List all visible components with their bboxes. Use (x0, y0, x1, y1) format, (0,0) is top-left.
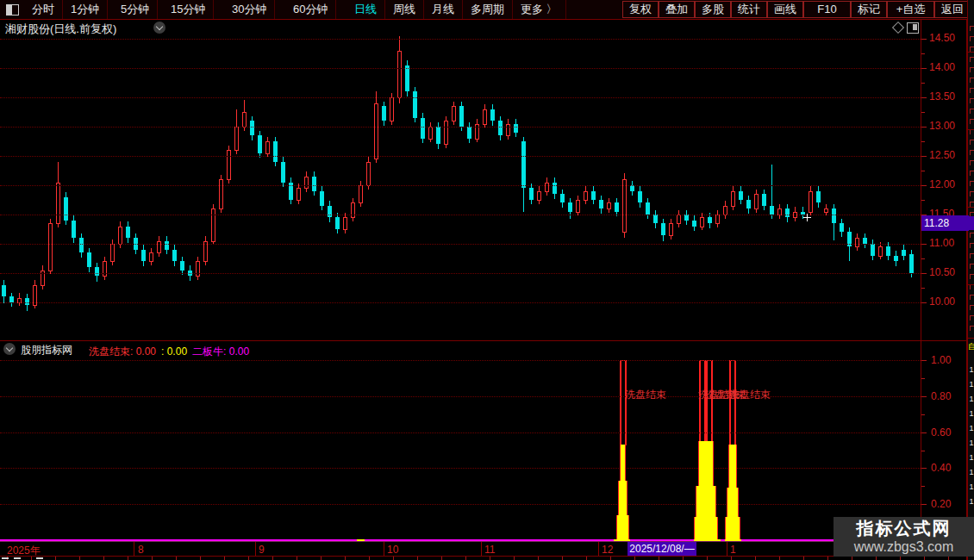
bottom-tick (707, 557, 708, 560)
bottom-tick (514, 557, 515, 560)
candle-body (708, 217, 712, 223)
candle-body (661, 223, 665, 235)
candle-body (444, 121, 448, 145)
period-tab-0[interactable]: 分时 (24, 0, 63, 19)
collapse-chevron-icon[interactable] (153, 22, 165, 34)
indicator-gridline (0, 468, 921, 469)
period-tab-4[interactable]: 30分钟 (224, 0, 275, 19)
candle-body (250, 121, 254, 135)
candle-body (886, 246, 890, 255)
candle-body (149, 252, 153, 262)
tool-button-+自选[interactable]: +自选 (887, 1, 934, 18)
period-tab-10[interactable]: 更多 〉 (513, 0, 566, 19)
bottom-tick (683, 557, 684, 560)
watermark-title: 指标公式网 (834, 517, 974, 539)
candle-body (785, 208, 790, 217)
period-tab-8[interactable]: 月线 (424, 0, 463, 19)
indicator-chevron-icon[interactable] (3, 343, 16, 355)
candle-body (103, 261, 107, 277)
candle-body (684, 215, 689, 221)
candle-body (537, 191, 541, 201)
edge-glyph (970, 264, 974, 269)
candle-body (359, 185, 363, 203)
edge-glyph (970, 295, 974, 300)
axis-tick (921, 414, 925, 415)
tool-button-F10[interactable]: F10 (803, 1, 851, 18)
price-axis-label: 13.00 (929, 120, 955, 132)
axis-tick (921, 200, 925, 201)
candle-body (382, 106, 386, 121)
candle-body (909, 254, 914, 273)
candle-body (25, 298, 29, 306)
period-tab-6[interactable]: 日线 (347, 0, 385, 19)
period-tab-3[interactable]: 15分钟 (163, 0, 214, 19)
candle-body (320, 191, 324, 206)
tool-button-返回[interactable]: 返回 (934, 1, 971, 18)
candle-body (746, 200, 751, 208)
candle-body (413, 91, 417, 118)
candle-body (165, 241, 169, 250)
window-icon[interactable] (6, 4, 19, 16)
period-tab-1[interactable]: 1分钟 (63, 0, 108, 19)
gridline (0, 68, 921, 69)
edge-strip[interactable]: 自1111111111 (967, 0, 974, 560)
candle-body (863, 238, 867, 244)
candle-body (490, 109, 495, 121)
axis-tick (921, 83, 925, 84)
period-tab-7[interactable]: 周线 (385, 0, 424, 19)
edge-char: 1 (968, 409, 974, 418)
tool-button-复权[interactable]: 复权 (622, 1, 659, 18)
candle-body (622, 179, 627, 233)
bottom-tick (200, 557, 201, 560)
edge-char: 1 (968, 482, 974, 491)
price-axis-label: 14.00 (929, 61, 955, 73)
split-pane-icon[interactable] (907, 22, 919, 34)
bottom-tick (562, 557, 563, 560)
period-tab-5[interactable]: 60分钟 (285, 0, 336, 19)
date-label: 12 (602, 544, 613, 556)
tool-button-画线[interactable]: 画线 (767, 1, 803, 18)
candle-body (157, 241, 161, 254)
candle-body (529, 188, 534, 200)
candle-body (196, 261, 200, 277)
candle-body (312, 177, 316, 191)
candle-body (2, 285, 6, 297)
candle-body (715, 215, 720, 224)
diamond-icon[interactable] (892, 22, 904, 34)
axis-tick (921, 273, 927, 274)
bottom-tick (827, 557, 828, 560)
bottom-tick (128, 557, 128, 560)
indicator-source[interactable]: 股朋指标网 (21, 343, 72, 358)
candle-body (591, 191, 596, 200)
axis-tick (921, 68, 927, 69)
axis-tick (921, 97, 927, 98)
gridline (0, 273, 921, 274)
candle-body (211, 208, 215, 241)
candle-body (459, 106, 464, 127)
gridline (0, 39, 921, 40)
tool-button-叠加[interactable]: 叠加 (659, 1, 695, 18)
period-tab-2[interactable]: 5分钟 (113, 0, 158, 19)
date-divider (255, 542, 256, 556)
edge-glyph (970, 109, 974, 114)
date-label: 2025年 (7, 544, 41, 558)
candle-body (638, 191, 642, 203)
tool-button-统计[interactable]: 统计 (731, 1, 767, 18)
bottom-tick (803, 557, 804, 560)
axis-tick (921, 244, 927, 245)
gridline (0, 127, 921, 128)
edge-glyph (970, 119, 974, 124)
bottom-tick (417, 557, 418, 560)
period-tab-9[interactable]: 多周期 (463, 0, 513, 19)
tool-button-标记[interactable]: 标记 (851, 1, 887, 18)
cross-marker (807, 214, 808, 221)
candle-body (87, 252, 91, 267)
tool-button-多股[interactable]: 多股 (695, 1, 731, 18)
edge-glyph (970, 26, 974, 31)
candle-body (265, 141, 270, 154)
bottom-tick (441, 557, 442, 560)
candle-body (653, 215, 658, 223)
edge-glyph (970, 253, 974, 258)
edge-glyph (970, 140, 974, 145)
price-axis-label: 13.50 (929, 90, 955, 103)
